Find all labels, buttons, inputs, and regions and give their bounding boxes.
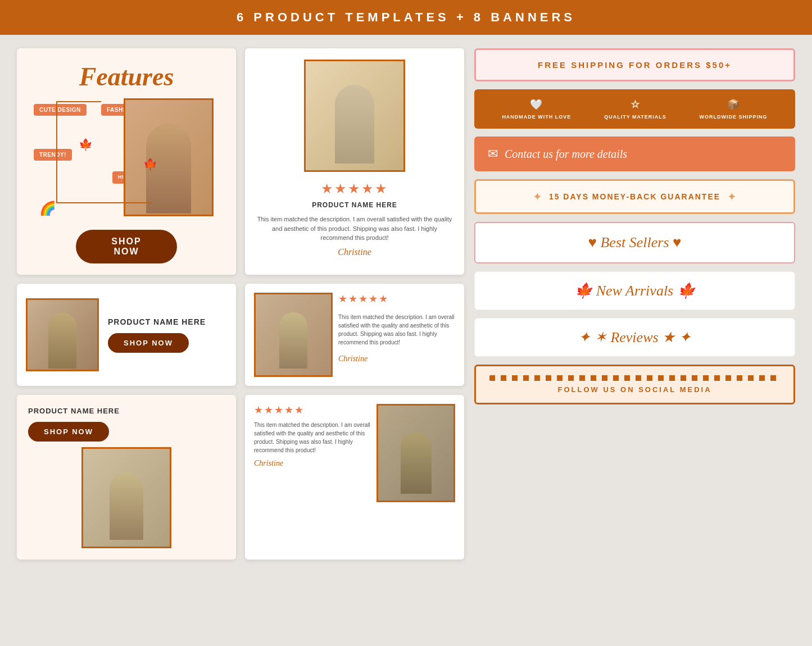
- leaf-icon-2: 🍁: [143, 157, 157, 171]
- shop-now-button-1[interactable]: SHOP NOW: [108, 333, 189, 353]
- stars-1: ★★★★★: [321, 181, 388, 197]
- banner-reviews: ✦ ✶ Reviews ★ ✦: [474, 318, 795, 357]
- frame-line-top: [56, 101, 101, 102]
- leaf-icon-1: 🍁: [79, 138, 93, 151]
- product-card-1: PRODUCT NAME HERE SHOP NOW: [17, 284, 236, 386]
- banner-features: 🤍 HANDMADE WITH LOVE ☆ QUALITY MATERIALS…: [474, 89, 795, 129]
- label-trendy: TRENDY!: [34, 149, 72, 161]
- stars-2: ★★★★★: [338, 293, 455, 305]
- review-card-1: ★★★★★ PRODUCT NAME HERE This item matche…: [245, 48, 464, 275]
- reviewer-name-3: Christine: [254, 459, 371, 468]
- banners-sidebar: FREE SHIPPING FOR ORDERS $50+ 🤍 HANDMADE…: [474, 48, 795, 559]
- product-title-1: PRODUCT NAME HERE: [108, 317, 206, 328]
- banner-new-arrivals: 🍁 New Arrivals 🍁: [474, 271, 795, 310]
- contact-text: Contact us for more details: [505, 148, 627, 161]
- shop-now-button-feature[interactable]: SHOP NOW: [76, 230, 177, 263]
- shop-now-button-2[interactable]: SHOP NOW: [28, 422, 109, 442]
- banner-best-sellers: ♥ Best Sellers ♥: [474, 222, 795, 263]
- review-product-card-2: ★★★★★ This item matched the description.…: [245, 284, 464, 386]
- feature-card: Features CUTE DESIGN FASHIONABLE TRENDY!…: [17, 48, 236, 275]
- reviewer-name-2: Christine: [338, 354, 455, 363]
- new-arrivals-text: 🍁 New Arrivals 🍁: [488, 282, 781, 299]
- header-title: 6 PRODUCT TEMPLATES + 8 BANNERS: [237, 10, 575, 24]
- money-back-text: 15 DAYS MONEY-BACK GUARANTEE: [549, 192, 720, 201]
- sparkle-icon-right: ✦: [727, 190, 737, 203]
- product-info-1: PRODUCT NAME HERE SHOP NOW: [108, 317, 206, 353]
- feature-handmade: 🤍 HANDMADE WITH LOVE: [502, 98, 571, 120]
- bottom-review-content: ★★★★★ This item matched the description.…: [254, 404, 371, 468]
- review-text-1: This item matched the description. I am …: [256, 215, 453, 243]
- feature-title: Features: [28, 62, 225, 92]
- banner-social-media: FOLLOW US ON SOCIAL MEDIA: [474, 365, 795, 404]
- handmade-label: HANDMADE WITH LOVE: [502, 114, 571, 120]
- bottom-right-product-image: [376, 404, 455, 502]
- review-text-3: This item matched the description. I am …: [254, 421, 371, 454]
- social-top-pattern: [489, 375, 780, 381]
- bottom-product-title: PRODUCT NAME HERE: [28, 406, 225, 416]
- best-sellers-text: ♥ Best Sellers ♥: [489, 234, 781, 251]
- review-side-2: ★★★★★ This item matched the description.…: [338, 293, 455, 377]
- frame-line-bottom: [56, 202, 152, 203]
- review-product-img-2: [254, 293, 333, 377]
- rainbow-icon: 🌈: [39, 201, 56, 216]
- heart-icon: 🤍: [530, 98, 543, 111]
- review-product-image-1: [304, 60, 405, 172]
- feature-labels-area: CUTE DESIGN FASHIONABLE TRENDY! HIGH QUA…: [28, 98, 225, 222]
- banner-free-shipping: FREE SHIPPING FOR ORDERS $50+: [474, 48, 795, 81]
- reviews-text: ✦ ✶ Reviews ★ ✦: [488, 329, 781, 346]
- feature-worldwide: 📦 WORLDWIDE SHIPPING: [700, 98, 768, 120]
- email-icon: ✉: [488, 147, 498, 161]
- bottom-product-card: PRODUCT NAME HERE SHOP NOW: [17, 395, 236, 559]
- label-cute: CUTE DESIGN: [34, 104, 87, 116]
- templates-grid: Features CUTE DESIGN FASHIONABLE TRENDY!…: [17, 48, 464, 559]
- frame-line-left: [56, 101, 57, 202]
- main-content: Features CUTE DESIGN FASHIONABLE TRENDY!…: [0, 35, 812, 573]
- banner-contact[interactable]: ✉ Contact us for more details: [474, 137, 795, 171]
- bottom-review-card: ★★★★★ This item matched the description.…: [245, 395, 464, 559]
- worldwide-label: WORLDWIDE SHIPPING: [700, 114, 768, 120]
- product-thumb-1: [26, 298, 99, 371]
- feature-quality: ☆ QUALITY MATERIALS: [604, 98, 666, 120]
- box-icon: 📦: [727, 98, 740, 111]
- quality-label: QUALITY MATERIALS: [604, 114, 666, 120]
- stars-3: ★★★★★: [254, 404, 371, 416]
- social-media-text: FOLLOW US ON SOCIAL MEDIA: [489, 385, 780, 394]
- page-header: 6 PRODUCT TEMPLATES + 8 BANNERS: [0, 0, 812, 35]
- reviewer-name-1: Christine: [338, 247, 371, 257]
- star-icon: ☆: [630, 98, 640, 111]
- review-text-2: This item matched the description. I am …: [338, 313, 455, 347]
- free-shipping-text: FREE SHIPPING FOR ORDERS $50+: [489, 60, 780, 70]
- product-name-1: PRODUCT NAME HERE: [312, 201, 397, 209]
- feature-product-image: [124, 98, 214, 216]
- banner-money-back: ✦ 15 DAYS MONEY-BACK GUARANTEE ✦: [474, 179, 795, 214]
- sparkle-icon-left: ✦: [533, 190, 542, 203]
- bottom-product-image: [81, 447, 171, 548]
